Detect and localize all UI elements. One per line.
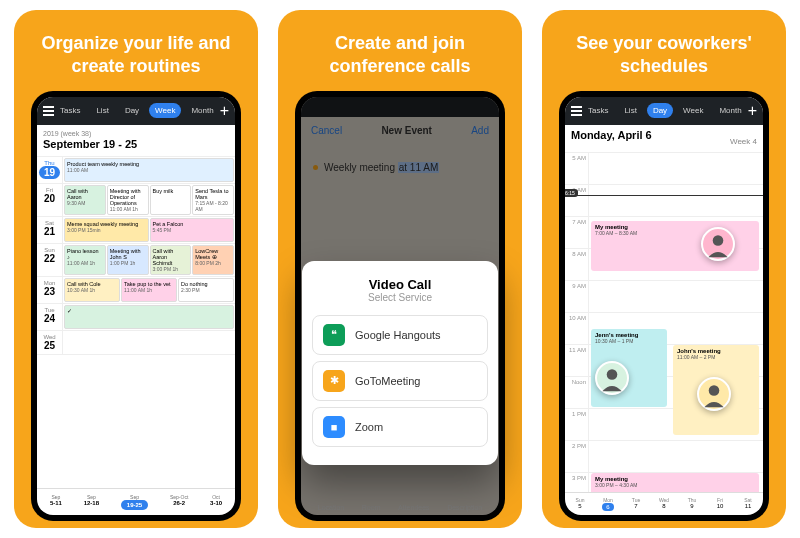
svg-point-1 [607,369,618,380]
event-block[interactable]: Take pup to the vet11:00 AM 1h [121,278,177,302]
topbar-3: TasksListDayWeekMonth + [565,97,763,125]
week-tab[interactable]: Sep12-18 [84,494,99,510]
day-tab[interactable]: Thu9 [678,497,706,511]
segment-month[interactable]: Month [713,103,747,118]
headline-1: Organize your life and create routines [14,10,258,93]
service-google-hangouts[interactable]: ❝Google Hangouts [312,315,488,355]
hamburger-icon[interactable] [571,106,582,116]
event-block[interactable]: Call with Aaron9:30 AM [64,185,106,215]
headline-3: See your coworkers' schedules [542,10,786,93]
day-cell[interactable]: Sat21 [37,217,63,243]
headline-2: Create and join conference calls [278,10,522,93]
event-title-field[interactable]: Weekly meeting at 11 AM [301,144,499,191]
tab-room[interactable]: Room [362,504,381,511]
event-block[interactable]: Send Tesla to Mars7:15 AM - 8:20 AM [192,185,234,215]
date-range: September 19 - 25 [43,138,137,150]
week-tab[interactable]: Sep-Oct26-2 [170,494,188,510]
day-pager: Sun5Mon6Tue7Wed8Thu9Fri10Sat11 [565,492,763,515]
new-event-title: New Event [381,125,432,136]
phone-1: TasksListDayWeekMonth + 2019 (week 38) S… [31,91,241,521]
event-block[interactable]: Do nothing2:30 PM [178,278,234,302]
segment-week[interactable]: Week [677,103,709,118]
day-tab[interactable]: Fri10 [706,497,734,511]
phone-3: TasksListDayWeekMonth + Monday, April 6 … [559,91,769,521]
day-cell[interactable]: Wed25 [37,331,63,354]
subheader-3: Monday, April 6 Week 4 [565,125,763,153]
avatar[interactable] [595,361,629,395]
event-block[interactable]: Call with Aaron Schimdt3:00 PM 1h [150,245,192,275]
day-event[interactable]: My meeting3:00 PM – 4:30 AM [591,473,759,492]
service-gotomeeting[interactable]: ✱GoToMeeting [312,361,488,401]
event-block[interactable]: Piano lesson ♪11:00 AM 1h [64,245,106,275]
segment-day[interactable]: Day [647,103,673,118]
tab-attendees[interactable]: Attendees [398,504,430,511]
screen-1: TasksListDayWeekMonth + 2019 (week 38) S… [37,97,235,515]
hamburger-icon[interactable] [43,106,54,116]
day-cell[interactable]: Tue24 [37,304,63,330]
event-block[interactable]: Call with Cole10:30 AM 1h [64,278,120,302]
panel-conference: Create and join conference calls Cancel … [278,10,522,528]
video-call-modal: Video Call Select Service ❝Google Hangou… [302,261,498,465]
event-block[interactable]: Meme squad weekly meeting3:00 PM 15min [64,218,149,242]
segment-week[interactable]: Week [149,103,181,118]
view-segment-3: TasksListDayWeekMonth [582,103,748,118]
event-tabs: LocationRoomAttendeesDescription [309,504,491,511]
panel-coworkers: See your coworkers' schedules TasksListD… [542,10,786,528]
day-tab[interactable]: Sun5 [566,497,594,511]
day-cell[interactable]: Thu19 [37,157,63,183]
week-pager: Sep5-11Sep12-18Sep19-25Sep-Oct26-2Oct3-1… [37,488,235,515]
new-event-bar: Cancel New Event Add [301,117,499,144]
notch-2 [301,97,499,117]
event-block[interactable]: Pet a Falcon5:45 PM [150,218,235,242]
tab-description[interactable]: Description [447,504,482,511]
event-block[interactable]: Buy milk [150,185,192,215]
day-tab[interactable]: Sat11 [734,497,762,511]
day-cell[interactable]: Sun22 [37,244,63,276]
week-tab[interactable]: Oct3-10 [210,494,222,510]
phone-2-wrap: Cancel New Event Add Weekly meeting at 1… [295,91,505,521]
week-tab[interactable]: Sep19-25 [121,494,148,510]
day-title: Monday, April 6 [571,129,652,141]
topbar-1: TasksListDayWeekMonth + [37,97,235,125]
week-label: Week 4 [730,137,757,146]
event-block[interactable]: Meeting with John S1:00 PM 1h [107,245,149,275]
week-grid: Thu19Product team weekly meeting11:00 AM… [37,157,235,488]
day-cell[interactable]: Fri20 [37,184,63,216]
calendar-dot-icon [313,165,318,170]
modal-title: Video Call [312,277,488,292]
service-zoom[interactable]: ■Zoom [312,407,488,447]
screen-3: TasksListDayWeekMonth + Monday, April 6 … [565,97,763,515]
event-block[interactable]: ✓ [64,305,234,329]
segment-tasks[interactable]: Tasks [54,103,86,118]
segment-list[interactable]: List [618,103,642,118]
day-tab[interactable]: Tue7 [622,497,650,511]
add-event-button[interactable]: + [220,102,229,120]
event-block[interactable]: Product team weekly meeting11:00 AM [64,158,234,182]
add-event-button[interactable]: + [748,102,757,120]
avatar[interactable] [701,227,735,261]
segment-month[interactable]: Month [185,103,219,118]
view-segment-1: TasksListDayWeekMonth [54,103,220,118]
panel-organize: Organize your life and create routines T… [14,10,258,528]
modal-subtitle: Select Service [312,292,488,303]
day-cell[interactable]: Mon23 [37,277,63,303]
day-tab[interactable]: Wed8 [650,497,678,511]
cancel-button[interactable]: Cancel [311,125,342,136]
day-grid: 5 AM6 AM7 AM8 AM9 AM10 AM11 AMNoon1 PM2 … [565,153,763,492]
svg-point-2 [709,385,720,396]
subheader-1: 2019 (week 38) September 19 - 25 [37,125,235,157]
year-week: 2019 (week 38) [43,130,91,137]
event-block[interactable]: LowCrew Meets ⊕8:00 PM 2h [192,245,234,275]
svg-point-0 [713,235,724,246]
tab-location[interactable]: Location [318,504,344,511]
event-block[interactable]: Meeting with Director of Operations11:00… [107,185,149,215]
segment-list[interactable]: List [90,103,114,118]
add-button[interactable]: Add [471,125,489,136]
segment-tasks[interactable]: Tasks [582,103,614,118]
segment-day[interactable]: Day [119,103,145,118]
week-tab[interactable]: Sep5-11 [50,494,62,510]
avatar[interactable] [697,377,731,411]
day-tab[interactable]: Mon6 [594,497,622,511]
